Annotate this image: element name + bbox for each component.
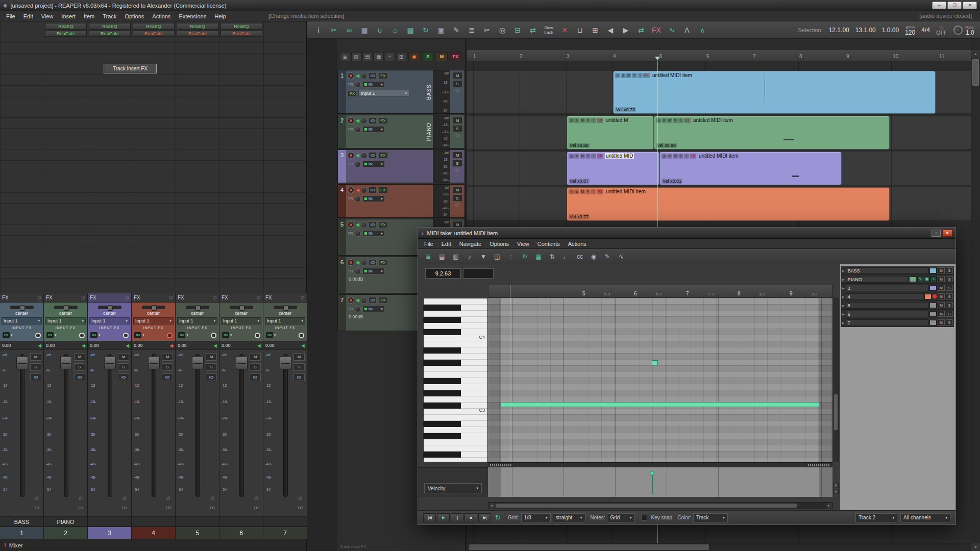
- edit-chip-icon[interactable]: ✎: [917, 277, 923, 282]
- lane-splitter[interactable]: [488, 462, 832, 467]
- midi-window-titlebar[interactable]: ♪ MIDI take: untitled MIDI item ▫ ✕: [418, 228, 955, 239]
- record-monitor-knob[interactable]: [255, 333, 260, 338]
- menu-item[interactable]: Navigate: [455, 240, 485, 248]
- record-arm-button[interactable]: [348, 152, 354, 159]
- transport-button[interactable]: ▶: [437, 513, 450, 522]
- monitor-knob[interactable]: [355, 306, 361, 312]
- solo-button[interactable]: S: [452, 160, 462, 167]
- item-info-icon[interactable]: i: [591, 189, 596, 194]
- media-item[interactable]: ◷ a M ✎ i FX untitled MIDI item Vel x0.7…: [567, 187, 890, 221]
- solo-button[interactable]: S: [118, 363, 129, 371]
- solo-button[interactable]: S: [250, 363, 261, 371]
- midi-toolbar-icon[interactable]: cc: [574, 251, 586, 262]
- solo-button[interactable]: S: [946, 276, 953, 282]
- menu-item[interactable]: Edit: [437, 240, 455, 248]
- toolbar-icon[interactable]: ▤: [403, 23, 418, 37]
- note-length-dropdown[interactable]: Grid▾: [607, 513, 634, 522]
- menu-item[interactable]: Contents: [533, 240, 564, 248]
- track-panel[interactable]: 3 ◀) IO FX TR IN: [337, 149, 465, 183]
- fx-insert-grid[interactable]: ReaEQ ReaGate ReaEQ ReaGate ReaEQ ReaGat…: [0, 21, 306, 293]
- scroll-up-arrow[interactable]: ▲: [971, 50, 980, 58]
- input-fx-label[interactable]: INPUT FX: [221, 325, 261, 331]
- item-lock-icon[interactable]: a: [574, 189, 579, 194]
- menu-item[interactable]: View: [513, 240, 533, 248]
- item-notes-icon[interactable]: ✎: [673, 118, 678, 123]
- mute-button[interactable]: M: [452, 186, 462, 193]
- midi-toolbar-icon[interactable]: ⇅: [546, 251, 558, 262]
- track-number[interactable]: 7: [338, 295, 346, 331]
- roll-vertical-scrollbar[interactable]: [832, 298, 839, 462]
- io-button[interactable]: IO: [369, 72, 377, 79]
- transport-button[interactable]: ▶|: [478, 513, 491, 522]
- io-button[interactable]: IO: [369, 297, 377, 304]
- list-chip-icon[interactable]: ≡: [930, 277, 937, 282]
- tcp-master-chip[interactable]: M: [436, 52, 448, 61]
- solo-button[interactable]: S: [452, 80, 462, 87]
- item-velocity-label[interactable]: Vel x0.87: [569, 179, 590, 184]
- tcp-master-chip[interactable]: ◉: [408, 52, 420, 61]
- monitor-input-dropdown[interactable]: IN ▾: [362, 81, 385, 88]
- fx-button[interactable]: FX: [378, 152, 387, 159]
- toolbar-icon[interactable]: ◎: [495, 23, 509, 37]
- menu-item[interactable]: Extensions: [175, 12, 210, 20]
- item-info-icon[interactable]: i: [591, 118, 596, 123]
- record-arm-button[interactable]: [348, 72, 354, 79]
- toolbar-icon[interactable]: ▣: [434, 23, 448, 37]
- maximize-button[interactable]: ❐: [947, 2, 962, 9]
- pan-knob[interactable]: [361, 260, 367, 266]
- item-mute-icon[interactable]: M: [667, 118, 672, 123]
- fx-slot-button[interactable]: FX: [348, 90, 357, 97]
- input-monitor-button[interactable]: IN: [46, 332, 54, 338]
- scrollbar-thumb[interactable]: [496, 504, 797, 508]
- pan-slider[interactable]: [186, 306, 209, 309]
- item-clock-icon[interactable]: ◷: [615, 73, 620, 78]
- mute-button[interactable]: M: [938, 319, 945, 325]
- color-mode-dropdown[interactable]: Track▾: [693, 513, 728, 522]
- item-info-icon[interactable]: i: [684, 154, 689, 159]
- item-fx-icon[interactable]: FX: [690, 154, 696, 159]
- track-number[interactable]: 6: [219, 527, 263, 539]
- velocity-handle[interactable]: [650, 471, 654, 475]
- close-button[interactable]: ✕: [942, 230, 952, 237]
- track-number[interactable]: 7: [263, 527, 307, 539]
- tcp-toolbar-icon[interactable]: ▦: [374, 52, 384, 61]
- io-button[interactable]: IO: [293, 373, 305, 381]
- fx-button[interactable]: FX: [378, 297, 387, 304]
- position-readout[interactable]: 9.2.63: [425, 268, 461, 279]
- record-arm-button[interactable]: [348, 221, 354, 228]
- input-dropdown[interactable]: Input 1 ▾: [358, 90, 409, 97]
- phase-icon[interactable]: ∅: [166, 496, 170, 501]
- volume-fader-handle[interactable]: [148, 356, 160, 369]
- solo-button[interactable]: S: [293, 363, 305, 371]
- midi-toolbar-icon[interactable]: ✎: [601, 251, 614, 262]
- dock-button[interactable]: ▫: [932, 230, 941, 237]
- midi-toolbar-icon[interactable]: ↻: [519, 251, 531, 262]
- io-button[interactable]: IO: [369, 117, 377, 124]
- track-panel[interactable]: 4 ◀) IO FX TR IN: [337, 184, 465, 218]
- selection-length[interactable]: 1.0.00: [882, 27, 899, 34]
- monitor-knob[interactable]: [355, 268, 361, 274]
- transport-button[interactable]: |◀: [423, 513, 436, 522]
- midi-track-row[interactable]: ▶ 6 ✎ ▦ ≡ M S: [841, 310, 954, 318]
- monitor-knob[interactable]: [355, 196, 361, 202]
- mute-button[interactable]: M: [74, 353, 85, 361]
- midi-note[interactable]: [652, 360, 658, 365]
- item-notes-icon[interactable]: ✎: [585, 189, 591, 194]
- metronome-toggle[interactable]: △ OFF: [936, 24, 947, 36]
- phase-icon[interactable]: ∅: [254, 496, 258, 501]
- track-number[interactable]: 4: [132, 527, 175, 539]
- menu-item[interactable]: Edit: [19, 12, 37, 20]
- item-mute-icon[interactable]: M: [626, 73, 631, 78]
- toolbar-icon[interactable]: Λ: [680, 23, 694, 37]
- strip-fx-row[interactable]: FX ∅: [263, 293, 307, 303]
- strip-fx-row[interactable]: FX ∅: [0, 293, 43, 303]
- io-button[interactable]: IO: [369, 152, 377, 159]
- toolbar-icon[interactable]: ✂: [327, 23, 341, 37]
- solo-button[interactable]: S: [452, 125, 462, 132]
- fx-button[interactable]: FX: [378, 187, 387, 193]
- midi-track-row[interactable]: ▶ 5 ✎ ▦ ≡ M S: [841, 301, 954, 310]
- midi-toolbar-icon[interactable]: ♪: [463, 251, 476, 262]
- mute-button[interactable]: M: [250, 353, 261, 361]
- track-number[interactable]: 5: [338, 219, 346, 255]
- mute-button[interactable]: M: [452, 152, 462, 159]
